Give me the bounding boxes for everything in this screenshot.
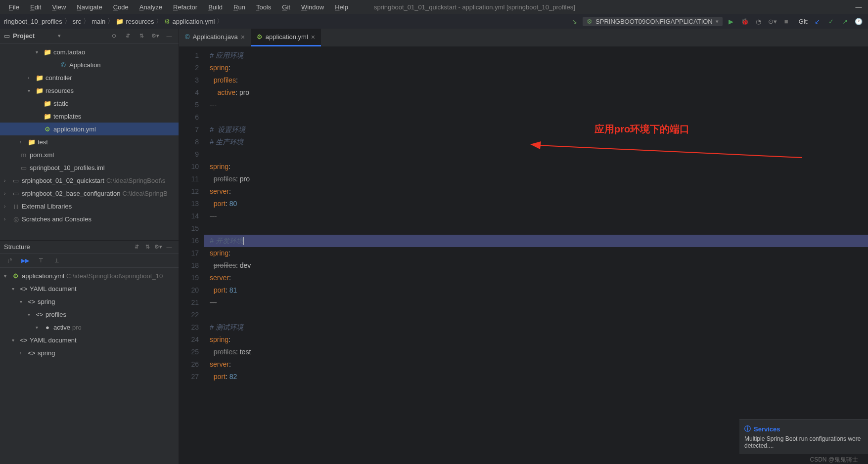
stop-button[interactable]: ■ bbox=[781, 16, 792, 27]
tree-item[interactable]: ›▭srpingboot_01_02_quickstart C:\idea\Sp… bbox=[0, 174, 179, 187]
tree-item[interactable]: ›◎Scratches and Consoles bbox=[0, 212, 179, 225]
breadcrumb-item[interactable]: ringboot_10_profiles bbox=[4, 18, 62, 25]
sort-icon[interactable]: ↓ª bbox=[4, 255, 15, 266]
expand-icon[interactable]: ⇵ bbox=[131, 242, 142, 253]
hide-icon[interactable]: — bbox=[164, 242, 175, 253]
expand-tree-icon[interactable]: ⊤ bbox=[36, 255, 46, 266]
tree-item[interactable]: ▾<>YAML document bbox=[0, 283, 179, 295]
menu-window[interactable]: Window bbox=[296, 1, 329, 13]
code-line[interactable]: # 应用环境 bbox=[210, 49, 868, 62]
expand-all-icon[interactable]: ⇵ bbox=[122, 31, 133, 42]
code-line[interactable]: spring: bbox=[210, 247, 868, 259]
close-icon[interactable]: × bbox=[311, 33, 315, 41]
project-tree[interactable]: ▾📁com.taotao©Application›📁controller▾📁re… bbox=[0, 43, 179, 240]
code-line[interactable]: profiles: pro bbox=[210, 173, 868, 185]
menu-run[interactable]: Run bbox=[228, 1, 250, 13]
tree-item[interactable]: ›📁test bbox=[0, 135, 179, 148]
tree-item[interactable]: ▾📁com.taotao bbox=[0, 45, 179, 58]
hide-icon[interactable]: — bbox=[164, 31, 175, 42]
structure-tree[interactable]: ▾⚙application.yml C:\idea\SpringBoot\spr… bbox=[0, 268, 179, 464]
code-line[interactable]: spring: bbox=[210, 334, 868, 346]
autoscroll-icon[interactable]: ▶▶ bbox=[20, 255, 31, 266]
settings-icon[interactable]: ⚙▾ bbox=[150, 31, 161, 42]
code-line[interactable]: port: 82 bbox=[210, 371, 868, 383]
tree-item[interactable]: ›▭srpingboot_02_base_configuration C:\id… bbox=[0, 187, 179, 200]
minimize-button[interactable]: — bbox=[853, 1, 864, 12]
menu-code[interactable]: Code bbox=[108, 1, 134, 13]
breadcrumb-item[interactable]: main bbox=[91, 18, 105, 25]
tree-item[interactable]: ▾<>YAML document bbox=[0, 334, 179, 347]
breadcrumb-item[interactable]: src bbox=[73, 18, 81, 25]
code-line[interactable]: port: 80 bbox=[210, 198, 868, 210]
run-config-selector[interactable]: ⚙ SPRINGBOOT09CONFIGAPPLICATION ▾ bbox=[583, 17, 723, 26]
menu-refactor[interactable]: Refactor bbox=[168, 1, 202, 13]
menu-tools[interactable]: Tools bbox=[251, 1, 276, 13]
code-line[interactable]: --- bbox=[210, 210, 868, 222]
tree-item[interactable]: ›📁controller bbox=[0, 71, 179, 84]
code-line[interactable]: # 设置环境 bbox=[210, 124, 868, 136]
code-line[interactable] bbox=[210, 111, 868, 124]
build-icon[interactable]: ↘ bbox=[569, 16, 580, 27]
code-line[interactable] bbox=[210, 222, 868, 235]
tree-item[interactable]: ⚙application.yml bbox=[0, 123, 179, 135]
code-line[interactable]: --- bbox=[210, 296, 868, 309]
menu-build[interactable]: Build bbox=[203, 1, 228, 13]
profile-button[interactable]: ⊙▾ bbox=[767, 16, 778, 27]
code-line[interactable]: server: bbox=[210, 358, 868, 371]
code-line[interactable]: profiles: test bbox=[210, 346, 868, 358]
close-icon[interactable]: × bbox=[241, 33, 245, 41]
git-history-icon[interactable]: 🕐 bbox=[853, 16, 864, 27]
tree-item[interactable]: mpom.xml bbox=[0, 148, 179, 161]
tree-item[interactable]: ›⫼External Libraries bbox=[0, 200, 179, 212]
code-line[interactable]: server: bbox=[210, 185, 868, 198]
code-line[interactable]: server: bbox=[210, 272, 868, 284]
tree-item[interactable]: ▾<>profiles bbox=[0, 308, 179, 321]
services-notification[interactable]: ⓘ Services Multiple Spring Boot run conf… bbox=[739, 419, 868, 454]
code-line[interactable]: spring: bbox=[210, 161, 868, 173]
settings-icon[interactable]: ⚙▾ bbox=[153, 242, 164, 253]
collapse-icon[interactable]: ⇅ bbox=[142, 242, 153, 253]
editor-tab[interactable]: ©Application.java× bbox=[179, 29, 251, 46]
menu-file[interactable]: File bbox=[4, 1, 24, 13]
collapse-all-icon[interactable]: ⇅ bbox=[136, 31, 147, 42]
code-line[interactable]: # 开发环境 bbox=[204, 235, 868, 247]
tree-item[interactable]: ▾<>spring bbox=[0, 295, 179, 308]
code-line[interactable]: port: 81 bbox=[210, 284, 868, 296]
select-opened-icon[interactable]: ⊙ bbox=[108, 31, 119, 42]
code-line[interactable]: # 生产环境 bbox=[210, 136, 868, 148]
code-line[interactable] bbox=[210, 309, 868, 321]
code-line[interactable]: profiles: dev bbox=[210, 259, 868, 272]
debug-button[interactable]: 🐞 bbox=[739, 16, 750, 27]
breadcrumb-item[interactable]: 📁resources bbox=[116, 18, 154, 25]
tree-item[interactable]: ▾⚙application.yml C:\idea\SpringBoot\spr… bbox=[0, 270, 179, 283]
tree-item[interactable]: 📁templates bbox=[0, 110, 179, 123]
code-line[interactable]: profiles: bbox=[210, 74, 868, 86]
breadcrumb-item[interactable]: ⚙application.yml bbox=[164, 18, 215, 25]
editor-tab[interactable]: ⚙application.yml× bbox=[251, 29, 321, 46]
git-pull-icon[interactable]: ↙ bbox=[812, 16, 822, 27]
collapse-tree-icon[interactable]: ⊥ bbox=[51, 255, 62, 266]
menu-help[interactable]: Help bbox=[330, 1, 353, 13]
tree-item[interactable]: 📁static bbox=[0, 97, 179, 110]
tree-item[interactable]: ▭springboot_10_profiles.iml bbox=[0, 161, 179, 174]
git-commit-icon[interactable]: ✓ bbox=[825, 16, 836, 27]
menu-edit[interactable]: Edit bbox=[25, 1, 46, 13]
tree-item[interactable]: ›<>spring bbox=[0, 347, 179, 360]
code-line[interactable]: --- bbox=[210, 99, 868, 111]
code-line[interactable]: spring: bbox=[210, 62, 868, 74]
run-button[interactable]: ▶ bbox=[726, 16, 736, 27]
menu-git[interactable]: Git bbox=[277, 1, 295, 13]
coverage-button[interactable]: ◔ bbox=[753, 16, 764, 27]
code-line[interactable]: active: pro bbox=[210, 86, 868, 99]
tree-item[interactable]: ©Application bbox=[0, 58, 179, 71]
code-line[interactable]: # 测试环境 bbox=[210, 321, 868, 334]
code-line[interactable] bbox=[210, 148, 868, 161]
chevron-down-icon[interactable]: ▾ bbox=[58, 33, 61, 39]
menu-navigate[interactable]: Navigate bbox=[72, 1, 107, 13]
menu-analyze[interactable]: Analyze bbox=[135, 1, 167, 13]
menu-view[interactable]: View bbox=[47, 1, 71, 13]
code-content[interactable]: # 应用环境spring: profiles: active: pro---# … bbox=[204, 46, 868, 464]
tree-item[interactable]: ▾📁resources bbox=[0, 84, 179, 97]
git-push-icon[interactable]: ↗ bbox=[839, 16, 850, 27]
tree-item[interactable]: ▾●active pro bbox=[0, 321, 179, 334]
